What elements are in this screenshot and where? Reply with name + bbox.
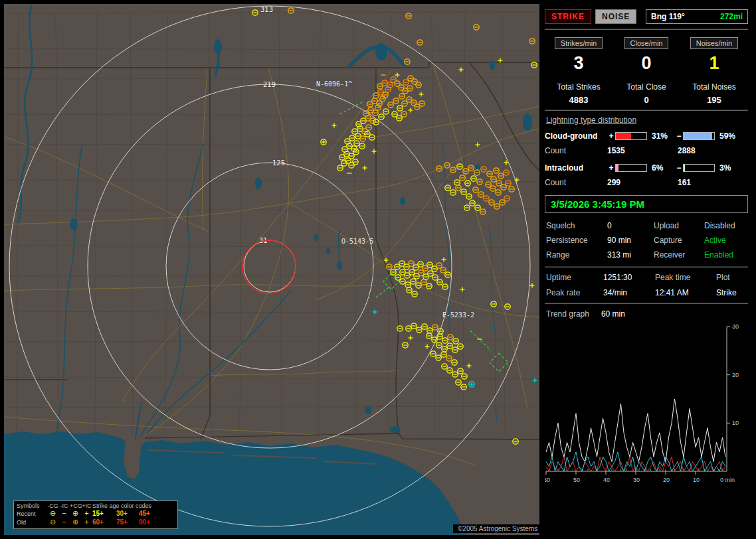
- trend-graph-label: Trend graph: [546, 309, 589, 319]
- receiver-status: Enabled: [704, 250, 748, 260]
- cloud-ground-row: Cloud-ground + 31% − 59%: [545, 131, 748, 141]
- age-60: 60+: [92, 518, 116, 526]
- noises-per-min-value: 1: [680, 53, 748, 74]
- uptime-value: 1251:30: [603, 273, 655, 282]
- bearing-label: Bng 119°: [651, 12, 685, 21]
- uptime-label: Uptime: [546, 273, 603, 282]
- range-label: Range: [546, 250, 607, 260]
- plot-label: Plot: [716, 273, 748, 282]
- svg-text:10: 10: [732, 420, 739, 426]
- control-panel: STRIKE NOISE Bng 119° 272mi Strikes/min …: [541, 4, 752, 535]
- noises-per-min-label: Noises/min: [690, 37, 738, 49]
- cg-positive-count: 1535: [607, 146, 678, 155]
- total-noises-value: 195: [680, 95, 748, 105]
- legend-row-old-label: Old: [17, 519, 47, 526]
- ic-positive-count: 299: [607, 178, 678, 187]
- svg-text:60: 60: [545, 477, 550, 483]
- legend-symbols-title: Symbols: [17, 502, 47, 509]
- trend-graph-header: Trend graph 60 min: [546, 309, 748, 319]
- peak-time-value: 12:41 AM: [655, 288, 716, 297]
- bearing-display: Bng 119° 272mi: [646, 9, 748, 24]
- cg-negative-pct: 59%: [716, 131, 740, 141]
- intracloud-row: Intracloud + 6% − 3%: [545, 163, 748, 173]
- lightning-map[interactable]: 31125219313 N-6096-1^O-5143-5E-5233-2: [4, 4, 539, 535]
- legend-col-cg-plus: +CG: [70, 502, 81, 509]
- strikes-per-min-column: Strikes/min 3 Total Strikes 4883: [545, 37, 613, 105]
- strike-button[interactable]: STRIKE: [545, 9, 591, 24]
- strikes-per-min-label: Strikes/min: [555, 37, 603, 49]
- persistence-label: Persistence: [546, 236, 607, 245]
- datetime-display: 3/5/2026 3:45:19 PM: [545, 195, 748, 213]
- divider: [545, 303, 748, 304]
- cg-negative-count: 2888: [678, 146, 748, 155]
- app-window: 31125219313 N-6096-1^O-5143-5E-5233-2 Sy…: [0, 0, 756, 539]
- intracloud-label: Intracloud: [545, 163, 607, 173]
- peak-rate-label: Peak rate: [546, 288, 603, 297]
- settings-summary: Squelch 0 Upload Disabled Persistence 90…: [546, 221, 748, 260]
- legend-col-ic-minus: -IC: [58, 502, 70, 509]
- noises-per-min-column: Noises/min 1 Total Noises 195: [680, 37, 748, 105]
- strikes-per-min-value: 3: [545, 53, 613, 74]
- legend-row-recent-label: Recent: [17, 510, 47, 517]
- circle-minus-icon: ⊖: [47, 509, 58, 518]
- count-label: Count: [545, 146, 607, 155]
- age-75: 75+: [116, 518, 139, 526]
- svg-text:30: 30: [633, 477, 640, 483]
- plus-icon: +: [81, 518, 92, 526]
- svg-text:20: 20: [732, 372, 739, 378]
- ic-negative-pct: 3%: [716, 163, 740, 173]
- squelch-value: 0: [607, 221, 654, 230]
- circle-minus-icon: ⊖: [47, 518, 58, 526]
- age-90: 90+: [139, 518, 161, 526]
- uptime-stats: Uptime 1251:30 Peak time Plot Peak rate …: [546, 273, 748, 297]
- plus-sign: +: [607, 131, 615, 141]
- ic-negative-count: 161: [678, 178, 748, 187]
- total-strikes-label: Total Strikes: [545, 82, 613, 92]
- svg-text:40: 40: [603, 477, 610, 483]
- cg-positive-bar: [615, 132, 647, 140]
- plus-icon: +: [81, 509, 92, 518]
- svg-text:50: 50: [573, 477, 580, 483]
- circle-plus-icon: ⊕: [70, 518, 81, 526]
- noise-button[interactable]: NOISE: [595, 9, 636, 24]
- svg-text:0 min: 0 min: [720, 477, 735, 483]
- squelch-label: Squelch: [546, 221, 607, 230]
- svg-text:E-5233-2: E-5233-2: [442, 311, 474, 319]
- svg-text:125: 125: [272, 159, 285, 167]
- minus-icon: −: [58, 509, 70, 518]
- minus-sign: −: [675, 163, 683, 173]
- cg-negative-bar: [683, 132, 715, 140]
- close-per-min-label: Close/min: [624, 37, 669, 49]
- svg-text:N-6096-1^: N-6096-1^: [316, 80, 352, 88]
- close-per-min-column: Close/min 0 Total Close 0: [613, 37, 680, 105]
- minus-icon: −: [58, 518, 70, 526]
- legend-col-cg-minus: -CG: [47, 502, 58, 509]
- circle-plus-icon: ⊕: [70, 509, 81, 518]
- total-noises-label: Total Noises: [680, 82, 748, 92]
- svg-text:219: 219: [263, 81, 276, 88]
- total-close-label: Total Close: [613, 82, 680, 92]
- svg-text:313: 313: [260, 6, 273, 13]
- rate-summary: Strikes/min 3 Total Strikes 4883 Close/m…: [545, 37, 748, 105]
- age-45: 45+: [139, 510, 161, 517]
- receiver-label: Receiver: [654, 250, 704, 260]
- ic-positive-pct: 6%: [648, 163, 675, 173]
- age-15: 15+: [92, 510, 116, 517]
- close-per-min-value: 0: [613, 53, 680, 74]
- legend-col-ic-plus: +IC: [81, 502, 92, 509]
- svg-text:O-5143-5: O-5143-5: [341, 238, 373, 245]
- minus-sign: −: [675, 131, 683, 141]
- plot-value: Strike: [716, 288, 748, 297]
- strike-legend: Symbols -CG -IC +CG +IC Strike age color…: [13, 501, 178, 529]
- svg-text:30: 30: [732, 323, 739, 330]
- total-strikes-value: 4883: [545, 95, 613, 105]
- cloud-ground-label: Cloud-ground: [545, 131, 607, 141]
- upload-label: Upload: [654, 221, 704, 230]
- distribution-title: Lightning type distribution: [546, 116, 748, 125]
- legend-age-title: Strike age color codes: [92, 502, 161, 509]
- persistence-value: 90 min: [607, 236, 654, 245]
- peak-rate-value: 34/min: [603, 288, 655, 297]
- intracloud-count-row: Count 299 161: [545, 178, 748, 187]
- trend-graph-chart: 1020306050403020100 min: [545, 321, 748, 495]
- ic-positive-bar: [615, 164, 647, 172]
